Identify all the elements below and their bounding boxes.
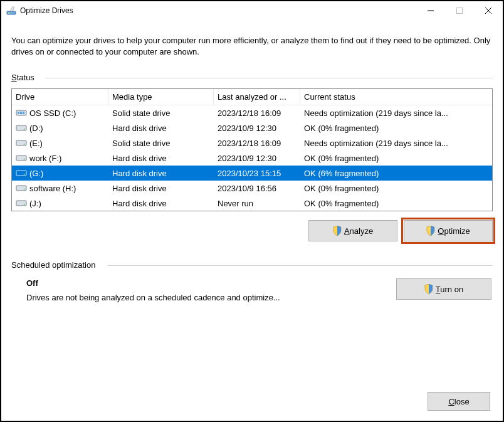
drive-icon: [16, 154, 27, 162]
svg-rect-3: [457, 8, 463, 14]
drive-row[interactable]: (J:)Hard disk driveNever runOK (0% fragm…: [12, 196, 492, 211]
drive-status: OK (0% fragmented): [300, 154, 492, 163]
shield-icon: [426, 226, 435, 236]
svg-point-17: [24, 174, 25, 175]
drive-media: Hard disk drive: [108, 169, 214, 178]
svg-rect-1: [8, 13, 9, 14]
drive-icon: [16, 184, 27, 193]
scheduled-state: Off: [26, 278, 396, 288]
col-header-drive[interactable]: Drive: [12, 89, 108, 105]
window-controls: [416, 1, 503, 20]
drive-media: Solid state drive: [108, 139, 214, 148]
scheduled-section-label: Scheduled optimization: [11, 260, 493, 270]
drive-last-analyzed: 2023/10/9 12:30: [214, 124, 300, 133]
shield-icon: [333, 226, 342, 236]
svg-rect-7: [18, 112, 19, 114]
drive-row[interactable]: software (H:)Hard disk drive2023/10/9 16…: [12, 181, 492, 196]
svg-rect-9: [23, 112, 24, 114]
drive-media: Solid state drive: [108, 108, 214, 118]
maximize-button: [445, 1, 474, 20]
drive-last-analyzed: Never run: [214, 199, 300, 208]
drive-status: OK (0% fragmented): [300, 124, 492, 133]
svg-point-19: [24, 189, 25, 190]
drive-name: (D:): [29, 124, 43, 133]
drive-row[interactable]: work (F:)Hard disk drive2023/10/9 12:30O…: [12, 150, 492, 166]
svg-rect-14: [16, 156, 26, 161]
drive-name: software (H:): [29, 184, 76, 193]
drive-media: Hard disk drive: [108, 124, 214, 133]
drive-name: work (F:): [29, 154, 61, 163]
drive-icon: [16, 108, 27, 117]
drive-name: (G:): [29, 169, 43, 178]
drive-row[interactable]: (D:)Hard disk drive2023/10/9 12:30OK (0%…: [12, 120, 492, 135]
drive-status: Needs optimization (219 days since la...: [300, 108, 492, 118]
svg-point-21: [24, 204, 25, 205]
optimize-button[interactable]: Optimize: [404, 220, 493, 241]
drive-media: Hard disk drive: [108, 199, 214, 208]
drive-last-analyzed: 2023/12/18 16:09: [214, 108, 300, 118]
app-icon: [6, 6, 16, 16]
drive-icon: [16, 169, 27, 177]
drive-status: OK (6% fragmented): [300, 169, 492, 178]
col-header-last[interactable]: Last analyzed or ...: [214, 89, 300, 105]
minimize-button[interactable]: [416, 1, 445, 20]
drive-row[interactable]: OS SSD (C:)Solid state drive2023/12/18 1…: [12, 105, 492, 120]
drive-status: OK (0% fragmented): [300, 199, 492, 208]
intro-text: You can optimize your drives to help you…: [11, 35, 493, 58]
drive-media: Hard disk drive: [108, 184, 214, 193]
drive-icon: [16, 199, 27, 208]
svg-point-15: [24, 159, 25, 160]
drive-last-analyzed: 2023/12/18 16:09: [214, 139, 300, 148]
drive-name: OS SSD (C:): [29, 108, 76, 118]
analyze-button[interactable]: Analyze: [308, 220, 397, 241]
drive-name: (E:): [29, 139, 43, 148]
drive-last-analyzed: 2023/10/9 16:56: [214, 184, 300, 193]
close-dialog-button[interactable]: Close: [428, 392, 490, 411]
drive-status: OK (0% fragmented): [300, 184, 492, 193]
turn-on-button[interactable]: Turn on: [396, 278, 491, 300]
drive-name: (J:): [29, 199, 41, 208]
svg-point-13: [24, 144, 25, 145]
drive-row[interactable]: (G:)Hard disk drive2023/10/23 15:15OK (6…: [12, 166, 492, 181]
svg-rect-8: [20, 112, 22, 114]
title-bar: Optimize Drives: [1, 1, 503, 20]
col-header-media[interactable]: Media type: [108, 89, 214, 105]
close-button[interactable]: [474, 1, 503, 20]
list-header: Drive Media type Last analyzed or ... Cu…: [12, 89, 492, 105]
status-section-label: Status: [11, 73, 493, 82]
scheduled-desc: Drives are not being analyzed on a sched…: [26, 293, 396, 302]
drive-last-analyzed: 2023/10/9 12:30: [214, 154, 300, 163]
svg-rect-10: [16, 125, 26, 130]
drive-status: Needs optimization (219 days since la...: [300, 139, 492, 148]
drive-icon: [16, 139, 27, 147]
drive-row[interactable]: (E:)Solid state drive2023/12/18 16:09Nee…: [12, 135, 492, 150]
drive-icon: [16, 124, 27, 132]
drives-listview[interactable]: Drive Media type Last analyzed or ... Cu…: [11, 88, 493, 211]
svg-rect-12: [16, 140, 26, 145]
drive-media: Hard disk drive: [108, 154, 214, 163]
svg-point-11: [24, 129, 25, 130]
window-title: Optimize Drives: [20, 6, 416, 15]
col-header-status[interactable]: Current status: [300, 89, 492, 105]
drive-last-analyzed: 2023/10/23 15:15: [214, 169, 300, 178]
shield-icon: [424, 284, 433, 294]
